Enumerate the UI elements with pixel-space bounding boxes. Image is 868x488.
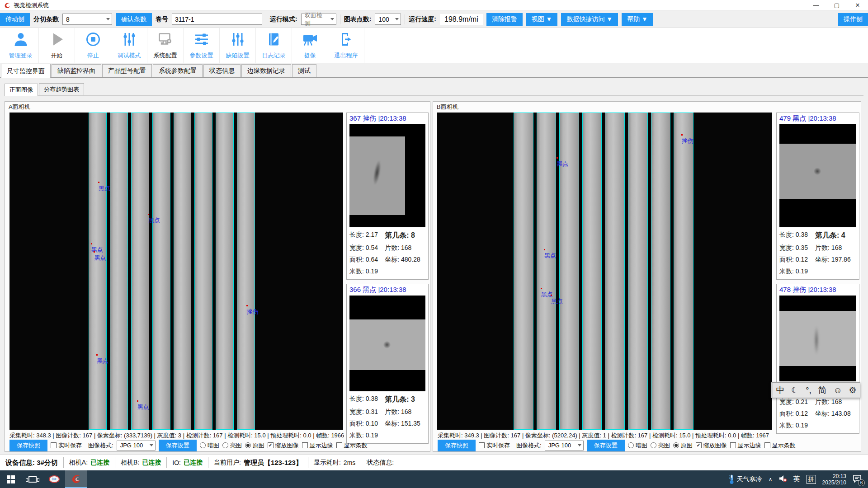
journal-pencil-button[interactable]: 日志记录 [256, 28, 292, 63]
user-icon [13, 31, 29, 49]
clear-alarm-button[interactable]: 清除报警 [486, 13, 523, 26]
save-settings-button[interactable]: 保存设置 [159, 440, 197, 451]
defect-thumbnail [349, 296, 425, 391]
film-strip [237, 113, 255, 430]
operate-side-button[interactable]: 操作侧 [838, 13, 868, 26]
stop-icon [85, 31, 101, 49]
ime-simplified-button[interactable]: 简 [818, 385, 827, 396]
ime-emoji-button[interactable]: ☺ [833, 385, 842, 395]
defect-thumbnail [779, 124, 856, 227]
snipping-tool-button[interactable]: ✂ [43, 470, 65, 488]
image-format-select[interactable]: JPG 100 [545, 441, 584, 450]
ime-toolbar[interactable]: 中☾°,简☺⚙ [771, 382, 860, 398]
video-camera-button[interactable]: 摄像 [292, 28, 328, 63]
original-image-radio[interactable]: 原图 [245, 441, 264, 450]
zoom-image-checkbox[interactable]: 缩放图像 [268, 441, 299, 450]
taskbar-clock[interactable]: 20:13 2025/2/10 [822, 473, 846, 486]
tab-6[interactable]: 边缘数据记录 [241, 64, 291, 77]
camera-b-image[interactable]: 挫伤黑点黑点黑点黑点 [437, 113, 772, 430]
defect-mark [814, 326, 819, 354]
tab-2[interactable]: 缺陷监控界面 [52, 64, 101, 77]
tab-1[interactable]: 尺寸监控界面 [1, 64, 51, 78]
camera-a-title: A面相机 [9, 103, 30, 111]
monitor-gear-icon [157, 31, 174, 49]
save-settings-button[interactable]: 保存设置 [587, 440, 625, 451]
defect-annotation: 黑点 [557, 160, 569, 168]
action-center-button[interactable]: 6 [853, 474, 862, 484]
show-edge-checkbox[interactable]: 显示边缘 [302, 441, 333, 450]
chart-points-select[interactable]: 100 [375, 14, 401, 25]
slit-count-select[interactable]: 8 [62, 14, 112, 25]
help-menu-button[interactable]: 帮助 ▼ [622, 13, 653, 26]
stop-button[interactable]: 停止 [75, 28, 111, 63]
tab-7[interactable]: 测试 [292, 64, 316, 77]
ime-mode-indicator[interactable]: 拼 [807, 475, 816, 484]
camera-b-panel: B面相机 挫伤黑点黑点黑点黑点 479 黑点 |20:13:38 长度: 0.3… [433, 101, 861, 452]
run-mode-select[interactable]: 双面检测 [301, 14, 336, 25]
chevron-down-icon [150, 444, 153, 446]
weather-tray-item[interactable]: 天气寒冷 [729, 474, 762, 484]
ime-chinese-mode-button[interactable]: 中 [776, 385, 784, 396]
defect-sliders-button[interactable]: 缺陷设置 [220, 28, 256, 63]
show-strip-count-checkbox[interactable]: 显示条数 [336, 441, 368, 450]
task-view-icon [28, 476, 37, 483]
clock-time: 20:13 [833, 473, 846, 479]
subtab-1[interactable]: 正面图像 [5, 84, 38, 96]
bright-image-radio[interactable]: 亮图 [651, 441, 670, 450]
save-snapshot-button[interactable]: 保存快照 [9, 440, 47, 451]
exit-door-button[interactable]: 退出程序 [328, 28, 364, 63]
defect-annotation: 黑点 [97, 357, 108, 365]
save-snapshot-button[interactable]: 保存快照 [438, 440, 476, 451]
debug-sliders-button[interactable]: 调试模式 [111, 28, 147, 63]
taskbar-app-vision-system[interactable] [65, 470, 87, 488]
defect-thumbnail [779, 296, 856, 381]
tab-5[interactable]: 状态信息 [203, 64, 241, 77]
close-button[interactable]: ✕ [847, 0, 868, 10]
start-run-button[interactable]: 开始 [39, 28, 75, 63]
language-indicator[interactable]: 英 [793, 475, 800, 483]
realtime-save-checkbox[interactable]: 实时保存 [51, 441, 82, 450]
start-button[interactable] [0, 470, 22, 488]
tray-expand-button[interactable]: ∧ [769, 476, 773, 483]
view-menu-button[interactable]: 视图 ▼ [526, 13, 558, 26]
thermometer-icon [729, 474, 735, 484]
defect-card-header: 478 挫伤 |20:13:38 [779, 285, 856, 296]
bright-image-radio[interactable]: 亮图 [222, 441, 242, 450]
user-button[interactable]: 管理登录 [3, 28, 39, 63]
zoom-image-checkbox[interactable]: 缩放图像 [696, 441, 727, 450]
ime-punctuation-button[interactable]: °, [806, 385, 811, 395]
volume-muted-button[interactable] [779, 475, 787, 483]
data-quick-access-menu-button[interactable]: 数据快捷访问 ▼ [561, 13, 618, 26]
dark-image-radio[interactable]: 暗图 [200, 441, 219, 450]
task-view-button[interactable] [22, 470, 43, 488]
subtab-2[interactable]: 分布趋势图表 [39, 83, 84, 95]
film-strip [628, 113, 648, 430]
maximize-button[interactable]: ▢ [826, 0, 847, 10]
minimize-button[interactable]: — [806, 0, 826, 10]
defect-card: 367 挫伤 |20:13:38 长度: 2.17 第几条: 8 宽度: 0.5… [346, 113, 429, 280]
dark-image-radio[interactable]: 暗图 [628, 441, 647, 450]
tab-3[interactable]: 产品型号配置 [102, 64, 152, 77]
param-sliders-button[interactable]: 参数设置 [184, 28, 220, 63]
show-strip-count-checkbox[interactable]: 显示条数 [764, 441, 796, 450]
drive-side-button[interactable]: 传动侧 [0, 13, 30, 26]
io-status-label: IO: [172, 459, 181, 466]
tab-4[interactable]: 系统参数配置 [153, 64, 203, 77]
camera-a-image[interactable]: 黑点黑点黑点黑点挫伤黑点黑点 [9, 113, 343, 430]
ime-settings-gear-button[interactable]: ⚙ [849, 385, 857, 395]
ime-halfmoon-button[interactable]: ☾ [791, 385, 799, 395]
defect-annotation: 黑点 [94, 254, 106, 262]
realtime-save-checkbox[interactable]: 实时保存 [479, 441, 510, 450]
image-format-select[interactable]: JPG 100 [117, 441, 156, 450]
chevron-down-icon [106, 18, 110, 20]
snipping-tool-icon: ✂ [49, 475, 60, 483]
show-edge-checkbox[interactable]: 显示边缘 [730, 441, 761, 450]
taskbar: ✂ 天气寒冷 ∧ 英 拼 20:13 [0, 470, 868, 488]
monitor-gear-button[interactable]: 系统配置 [147, 28, 184, 63]
original-image-radio[interactable]: 原图 [673, 441, 693, 450]
film-strip [674, 113, 693, 430]
status-bar: 设备信息: 3#分切 相机A: 已连接 相机B: 已连接 IO: 已连接 当前用… [0, 455, 868, 470]
roll-number-input[interactable] [172, 14, 262, 25]
confirm-count-button[interactable]: 确认条数 [116, 13, 152, 26]
film-strip [216, 113, 234, 430]
